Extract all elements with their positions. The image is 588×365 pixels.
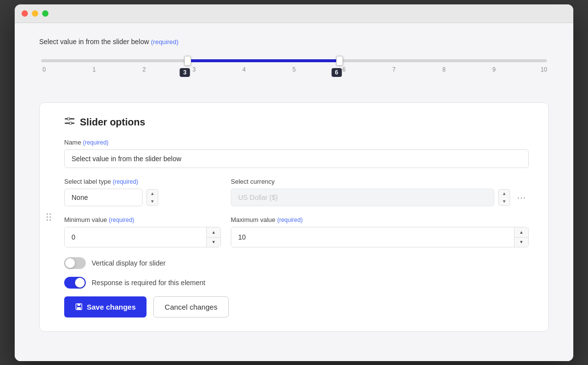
save-button-label: Save changes	[87, 303, 136, 311]
slider-preview-section: Select value in from the slider below (r…	[39, 38, 549, 88]
max-value-col: Maximum value (required) ▲ ▼	[231, 216, 529, 247]
vertical-toggle-knob	[65, 258, 75, 268]
max-value-arrows: ▲ ▼	[514, 227, 528, 247]
slider-section-icon	[64, 117, 75, 128]
min-value-input[interactable]	[65, 227, 206, 247]
min-value-required-badge: (required)	[109, 217, 134, 223]
currency-select-wrapper: US Dollar ($) ▲ ▼ ⋯	[231, 189, 529, 206]
max-value-down-btn[interactable]: ▼	[514, 237, 528, 247]
options-section: Slider options Name (required) Select la…	[39, 102, 549, 332]
button-row: Save changes Cancel changes	[64, 296, 529, 317]
required-toggle-knob	[75, 278, 85, 288]
required-toggle[interactable]	[64, 277, 86, 289]
label-type-select-wrapper: None ▲ ▼	[64, 189, 221, 206]
minmax-row: Minimum value (required) ▲ ▼ Maximum val…	[64, 216, 529, 247]
slider-required-badge: (required)	[151, 38, 178, 46]
range-container: 3 6 0 1 2 3 4 5 6 7 8 9 10	[39, 54, 549, 88]
label-type-label-text: Select label type	[64, 178, 111, 185]
section-title: Slider options	[80, 117, 145, 128]
range-track: 3 6	[41, 59, 547, 62]
save-button[interactable]: Save changes	[64, 296, 147, 317]
min-value-down-btn[interactable]: ▼	[207, 237, 220, 247]
vertical-toggle-label: Vertical display for slider	[92, 259, 166, 267]
max-value-up-btn[interactable]: ▲	[514, 227, 528, 237]
currency-label-text: Select currency	[231, 178, 275, 185]
minimize-button[interactable]	[32, 10, 38, 17]
tick-1: 1	[89, 66, 99, 73]
tick-10: 10	[539, 66, 549, 73]
tick-8: 8	[439, 66, 449, 73]
drag-handle[interactable]	[45, 211, 53, 222]
cancel-button[interactable]: Cancel changes	[153, 296, 229, 317]
tick-3: 3	[189, 66, 199, 73]
currency-up-arrow[interactable]: ▲	[499, 190, 510, 197]
max-value-required-badge: (required)	[277, 217, 303, 223]
tick-2: 2	[139, 66, 149, 73]
tick-0: 0	[39, 66, 49, 73]
range-thumb-low[interactable]: 3	[184, 56, 191, 66]
label-type-required-badge: (required)	[113, 178, 138, 185]
vertical-toggle-row: Vertical display for slider	[64, 257, 529, 269]
max-value-label: Maximum value (required)	[231, 216, 529, 223]
name-input[interactable]	[64, 149, 529, 168]
more-options-button[interactable]: ⋯	[514, 190, 529, 205]
tick-7: 7	[389, 66, 399, 73]
save-icon	[75, 303, 83, 311]
vertical-toggle[interactable]	[64, 257, 86, 269]
name-label: Name (required)	[64, 139, 529, 146]
min-value-wrapper: ▲ ▼	[64, 227, 221, 247]
min-value-up-btn[interactable]: ▲	[207, 227, 220, 237]
label-currency-row: Select label type (required) None ▲ ▼	[64, 178, 529, 206]
section-header: Slider options	[64, 117, 529, 128]
tick-5: 5	[289, 66, 299, 73]
main-content: Select value in from the slider below (r…	[15, 23, 573, 361]
max-value-input[interactable]	[231, 227, 514, 247]
tick-4: 4	[239, 66, 249, 73]
name-label-text: Name	[64, 139, 81, 146]
label-type-arrows: ▲ ▼	[147, 189, 158, 206]
name-required-badge: (required)	[83, 139, 108, 146]
titlebar	[15, 4, 573, 23]
thumb-high-label: 6	[332, 68, 342, 77]
min-value-label: Minimum value (required)	[64, 216, 221, 223]
range-fill	[188, 59, 340, 62]
currency-label: Select currency	[231, 178, 529, 185]
min-value-col: Minimum value (required) ▲ ▼	[64, 216, 221, 247]
label-type-col: Select label type (required) None ▲ ▼	[64, 178, 221, 206]
label-type-up-arrow[interactable]: ▲	[147, 190, 158, 197]
name-field-group: Name (required)	[64, 139, 529, 168]
slider-label-text: Select value in from the slider below	[39, 38, 149, 46]
currency-arrows: ▲ ▼	[498, 189, 510, 206]
currency-select[interactable]: US Dollar ($)	[231, 189, 494, 206]
required-toggle-label: Response is required for this element	[92, 279, 205, 287]
window: Select value in from the slider below (r…	[15, 4, 573, 361]
maximize-button[interactable]	[42, 10, 49, 17]
cancel-button-label: Cancel changes	[165, 303, 218, 311]
currency-down-arrow[interactable]: ▼	[499, 197, 510, 205]
svg-rect-3	[70, 122, 72, 124]
svg-rect-5	[77, 304, 80, 306]
min-value-arrows: ▲ ▼	[206, 227, 220, 247]
tick-labels: 0 1 2 3 4 5 6 7 8 9 10	[39, 66, 549, 73]
label-type-down-arrow[interactable]: ▼	[147, 197, 158, 205]
currency-col: Select currency US Dollar ($) ▲ ▼ ⋯	[231, 178, 529, 206]
max-value-wrapper: ▲ ▼	[231, 227, 529, 247]
slider-instruction-label: Select value in from the slider below (r…	[39, 38, 549, 46]
svg-rect-2	[68, 118, 70, 120]
required-toggle-row: Response is required for this element	[64, 277, 529, 289]
range-thumb-high[interactable]: 6	[336, 56, 343, 66]
max-value-label-text: Maximum value	[231, 216, 275, 223]
tick-9: 9	[489, 66, 499, 73]
thumb-low-label: 3	[180, 68, 190, 77]
close-button[interactable]	[22, 10, 28, 17]
label-type-select[interactable]: None	[64, 189, 143, 206]
label-type-label: Select label type (required)	[64, 178, 221, 185]
min-value-label-text: Minimum value	[64, 216, 107, 223]
svg-rect-6	[77, 307, 81, 310]
